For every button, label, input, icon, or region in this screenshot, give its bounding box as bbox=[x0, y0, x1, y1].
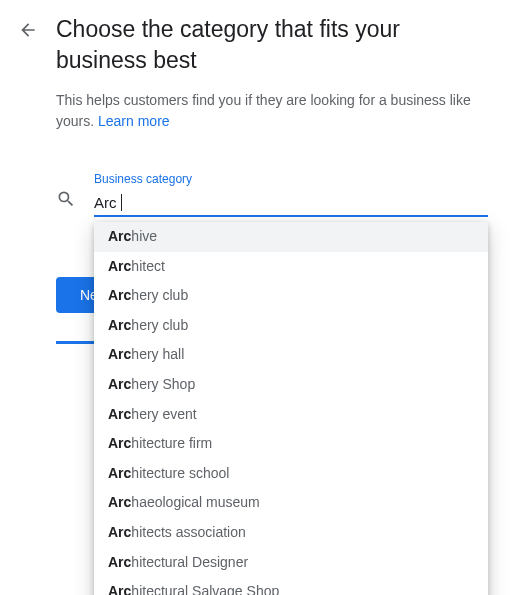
autocomplete-option[interactable]: Architect bbox=[94, 252, 488, 282]
autocomplete-option[interactable]: Archery club bbox=[94, 311, 488, 341]
autocomplete-option[interactable]: Archery club bbox=[94, 281, 488, 311]
autocomplete-option[interactable]: Archery event bbox=[94, 400, 488, 430]
page-subtitle: This helps customers find you if they ar… bbox=[56, 90, 488, 132]
category-input-label: Business category bbox=[94, 172, 488, 186]
learn-more-link[interactable]: Learn more bbox=[98, 113, 170, 129]
autocomplete-option[interactable]: Archery Shop bbox=[94, 370, 488, 400]
autocomplete-dropdown: ArchiveArchitectArchery clubArchery club… bbox=[94, 222, 488, 595]
autocomplete-option[interactable]: Architects association bbox=[94, 518, 488, 548]
page-title: Choose the category that fits your busin… bbox=[56, 14, 488, 76]
autocomplete-option[interactable]: Architecture firm bbox=[94, 429, 488, 459]
autocomplete-option[interactable]: Architectural Salvage Shop bbox=[94, 577, 488, 595]
autocomplete-option[interactable]: Archery hall bbox=[94, 340, 488, 370]
back-button[interactable] bbox=[16, 18, 40, 42]
autocomplete-option[interactable]: Architecture school bbox=[94, 459, 488, 489]
autocomplete-option[interactable]: Archive bbox=[94, 222, 488, 252]
search-icon bbox=[56, 189, 76, 209]
autocomplete-option[interactable]: Architectural Designer bbox=[94, 548, 488, 578]
arrow-left-icon bbox=[18, 20, 38, 40]
text-caret bbox=[121, 194, 122, 211]
category-input[interactable] bbox=[94, 188, 488, 217]
autocomplete-option[interactable]: Archaeological museum bbox=[94, 488, 488, 518]
